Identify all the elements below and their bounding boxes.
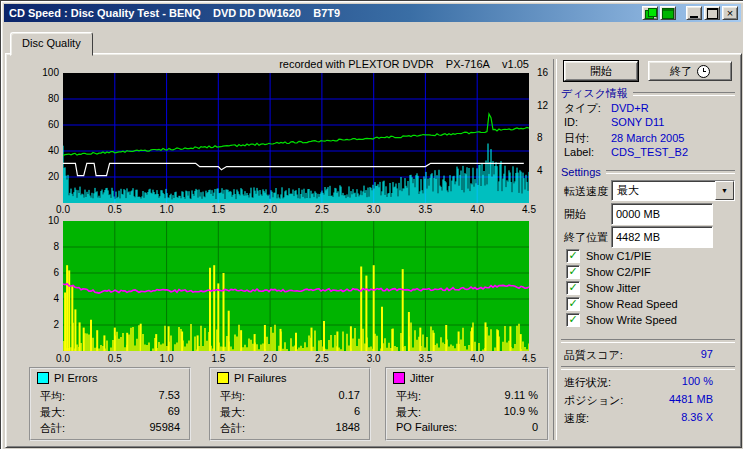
disc-id-row: ID:SONY D11 [564, 116, 664, 128]
pi-failures-swatch [217, 372, 229, 384]
pi-errors-panel-title: PI Errors [37, 372, 97, 384]
checkbox-box: ✓ [566, 281, 580, 295]
stat-value: 10.9 % [504, 405, 538, 420]
tick-label: 6 [25, 267, 59, 279]
progress-row: 進行状況: 100 % [564, 375, 713, 390]
tick-label: 3.0 [362, 353, 386, 365]
recorded-with-label: recorded with PLEXTOR DVDR PX-716A v1.05 [181, 58, 529, 70]
stat-value: 0 [532, 421, 538, 433]
position-value: 4481 MB [669, 393, 713, 408]
stat-label: PO Failures: [396, 421, 457, 433]
tick-label: 8 [25, 241, 59, 253]
checkbox-label: Show C2/PIF [586, 266, 651, 278]
position-row: ポジション: 4481 MB [564, 393, 713, 408]
disc-type-row: タイプ:DVD+R [564, 101, 649, 116]
tick-label: 0.5 [103, 204, 127, 216]
start-pos-field[interactable] [611, 203, 713, 225]
disc-date-value: 28 March 2005 [611, 132, 684, 144]
separator [561, 366, 735, 370]
transfer-speed-select[interactable]: 最大 ▼ [611, 180, 735, 201]
tick-label: 2 [25, 319, 59, 331]
pi-failures-panel: PI Failures 平均:0.17 最大:6 合計:1848 [209, 367, 371, 441]
stat-value: 69 [168, 405, 180, 420]
disc-type-value: DVD+R [611, 102, 649, 114]
tick-label: 16 [537, 67, 548, 79]
stat-value: 1848 [336, 421, 360, 436]
start-button[interactable]: 開始 [564, 61, 638, 81]
tick-label: 80 [25, 93, 59, 105]
save-chart-button[interactable] [660, 6, 676, 20]
jitter-swatch [393, 372, 405, 384]
transfer-speed-label: 転送速度 [564, 185, 608, 197]
stat-value: 0.17 [339, 389, 360, 404]
tick-label: 0.0 [51, 353, 75, 365]
maximize-button[interactable] [704, 6, 720, 20]
checkbox-box: ✓ [566, 249, 580, 263]
checkbox-box: ✓ [566, 265, 580, 279]
close-button[interactable]: × [722, 6, 738, 20]
pif-chart-x-axis: 0.00.51.01.52.02.53.03.54.04.5 [63, 353, 529, 365]
exit-button[interactable]: 終了 [648, 61, 732, 81]
checkbox-label: Show Read Speed [586, 298, 678, 310]
checkbox-show-read-speed[interactable]: ✓Show Read Speed [566, 297, 678, 311]
tick-label: 1.5 [206, 353, 230, 365]
speed-row-label: 転送速度 [564, 184, 608, 199]
tick-label: 2.0 [258, 353, 282, 365]
tick-label: 3.0 [362, 204, 386, 216]
chevron-down-icon[interactable]: ▼ [715, 181, 734, 200]
progress-value: 100 % [682, 375, 713, 390]
pif-jitter-chart [63, 221, 529, 351]
tick-label: 1.5 [206, 204, 230, 216]
stat-value: 95984 [149, 421, 180, 436]
close-icon: × [727, 7, 733, 19]
progress-label: 進行状況: [564, 375, 611, 390]
tick-label: 1.0 [155, 353, 179, 365]
tick-label: 3.5 [413, 204, 437, 216]
app-window: CD Speed : Disc Quality Test - BENQ DVD … [0, 0, 743, 449]
disc-info-header-label: ディスク情報 [561, 86, 628, 101]
disc-label-value: CDS_TEST_B2 [611, 146, 688, 158]
tick-label: 1.0 [155, 204, 179, 216]
stat-label: 平均: [40, 389, 65, 404]
quality-score-value: 97 [701, 348, 713, 363]
tick-label: 2.0 [258, 204, 282, 216]
disc-label-row: Label:CDS_TEST_B2 [564, 146, 688, 158]
stat-label: 合計: [220, 421, 245, 436]
settings-section-header: Settings [561, 166, 735, 178]
stat-label: 最大: [220, 405, 245, 420]
pi-errors-title-label: PI Errors [54, 372, 97, 384]
tick-label: 2.5 [310, 353, 334, 365]
tick-label: 4 [25, 293, 59, 305]
stat-label: 平均: [396, 389, 421, 404]
checkbox-label: Show Jitter [586, 282, 640, 294]
quality-chart-x-axis: 0.00.51.01.52.02.53.03.54.04.5 [63, 204, 529, 216]
disk-icon [662, 8, 674, 19]
jitter-panel-title: Jitter [393, 372, 434, 384]
window-title: CD Speed : Disc Quality Test - BENQ DVD … [9, 7, 340, 19]
checkbox-show-c1-pie[interactable]: ✓Show C1/PIE [566, 249, 651, 263]
tick-label: 0.5 [103, 353, 127, 365]
separator [561, 339, 735, 343]
checkbox-show-c2-pif[interactable]: ✓Show C2/PIF [566, 265, 651, 279]
pi-errors-panel: PI Errors 平均:7.53 最大:69 合計:95984 [29, 367, 191, 441]
disc-type-label: タイプ: [564, 101, 611, 116]
tick-label: 60 [25, 119, 59, 131]
tick-label: 4.0 [465, 353, 489, 365]
minimize-button[interactable] [686, 6, 702, 20]
checkbox-label: Show Write Speed [586, 314, 677, 326]
quality-chart-y-axis-left: 10080604020 [25, 67, 59, 197]
checkbox-show-jitter[interactable]: ✓Show Jitter [566, 281, 640, 295]
disc-date-row: 日付:28 March 2005 [564, 131, 684, 146]
copy-chart-button[interactable] [642, 6, 658, 20]
titlebar[interactable]: CD Speed : Disc Quality Test - BENQ DVD … [4, 4, 741, 22]
tick-label: 40 [25, 145, 59, 157]
stat-value: 6 [354, 405, 360, 420]
tick-label: 4.0 [465, 204, 489, 216]
titlebar-buttons: × [642, 6, 741, 20]
checkbox-show-write-speed[interactable]: ✓Show Write Speed [566, 313, 677, 327]
end-pos-field[interactable] [611, 226, 713, 248]
panel-divider [553, 59, 557, 440]
disc-info-section-header: ディスク情報 [561, 86, 735, 101]
tab-disc-quality[interactable]: Disc Quality [10, 32, 93, 56]
disc-id-value: SONY D11 [611, 116, 664, 128]
